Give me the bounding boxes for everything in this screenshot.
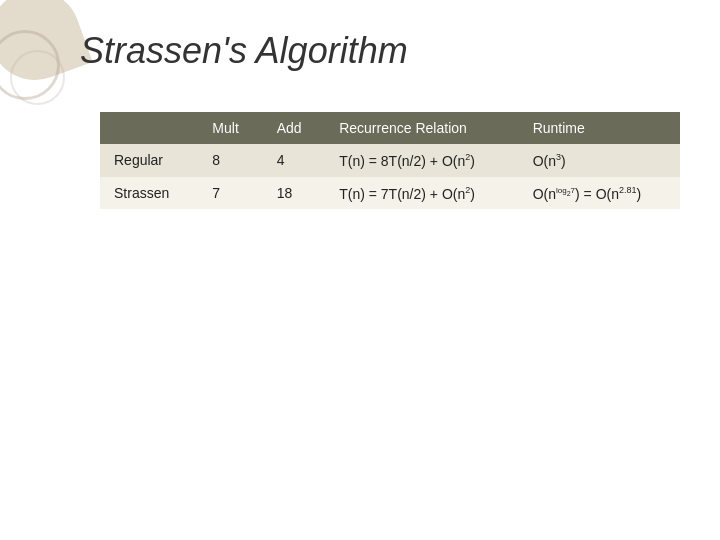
cell-regular-runtime: O(n3) — [519, 144, 680, 177]
comparison-table: Mult Add Recurrence Relation Runtime Reg… — [100, 112, 680, 209]
table-row: Regular 8 4 T(n) = 8T(n/2) + O(n2) O(n3) — [100, 144, 680, 177]
col-header-add: Add — [263, 112, 326, 144]
table-header-row: Mult Add Recurrence Relation Runtime — [100, 112, 680, 144]
table-row: Strassen 7 18 T(n) = 7T(n/2) + O(n2) O(n… — [100, 177, 680, 210]
col-header-empty — [100, 112, 198, 144]
col-header-mult: Mult — [198, 112, 262, 144]
row-label-regular: Regular — [100, 144, 198, 177]
main-content: Strassen's Algorithm Mult Add Recurrence… — [80, 30, 700, 520]
cell-regular-recurrence: T(n) = 8T(n/2) + O(n2) — [325, 144, 518, 177]
col-header-runtime: Runtime — [519, 112, 680, 144]
cell-strassen-mult: 7 — [198, 177, 262, 210]
cell-strassen-runtime: O(nlog27) = O(n2.81) — [519, 177, 680, 210]
row-label-strassen: Strassen — [100, 177, 198, 210]
cell-strassen-recurrence: T(n) = 7T(n/2) + O(n2) — [325, 177, 518, 210]
table-container: Mult Add Recurrence Relation Runtime Reg… — [100, 112, 700, 209]
cell-regular-add: 4 — [263, 144, 326, 177]
decorative-corner — [0, 0, 80, 120]
cell-strassen-add: 18 — [263, 177, 326, 210]
cell-regular-mult: 8 — [198, 144, 262, 177]
page-title: Strassen's Algorithm — [80, 30, 700, 72]
col-header-recurrence: Recurrence Relation — [325, 112, 518, 144]
